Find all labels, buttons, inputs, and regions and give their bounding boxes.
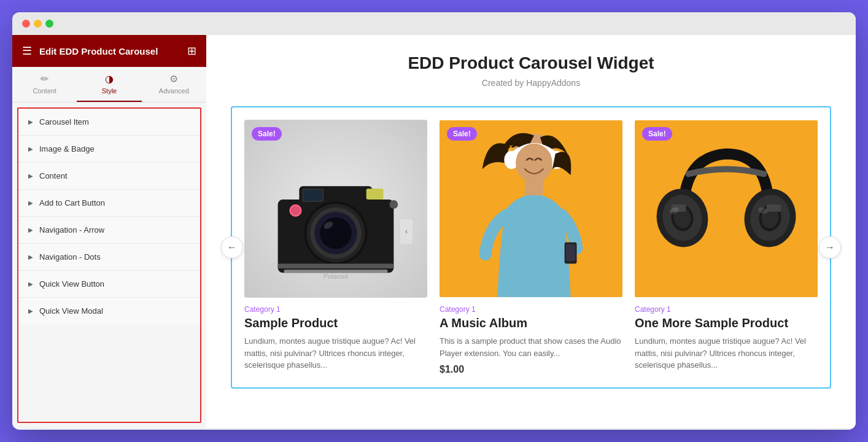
style-tab-icon: ◑ xyxy=(105,73,114,85)
accordion-quick-view-modal[interactable]: ▶ Quick View Modal xyxy=(18,298,200,324)
product-desc-1: Lundium, montes augue tristique augue? A… xyxy=(244,335,427,371)
sidebar-tabs: ✏ Content ◑ Style ⚙ Advanced xyxy=(12,67,206,103)
tab-content[interactable]: ✏ Content xyxy=(12,67,77,102)
traffic-lights xyxy=(22,20,53,28)
svg-rect-5 xyxy=(366,188,384,200)
product-desc-3: Lundium, montes augue tristique augue? A… xyxy=(635,335,818,371)
product-name-1: Sample Product xyxy=(244,316,427,330)
main-layout: ☰ Edit EDD Product Carousel ⊞ ✏ Content … xyxy=(12,35,856,428)
page-subtitle: Created by HappyAddons xyxy=(231,78,831,88)
accordion-add-to-cart[interactable]: ▶ Add to Cart Button xyxy=(18,190,200,217)
svg-rect-25 xyxy=(566,244,576,262)
advanced-tab-icon: ⚙ xyxy=(169,73,178,85)
svg-rect-4 xyxy=(303,190,322,201)
arrow-icon: ▶ xyxy=(28,173,33,179)
minimize-button[interactable] xyxy=(34,20,42,28)
svg-rect-13 xyxy=(278,263,394,268)
accordion-content[interactable]: ▶ Content xyxy=(18,163,200,190)
accordion-nav-dots[interactable]: ▶ Navigation - Dots xyxy=(18,244,200,271)
arrow-icon: ▶ xyxy=(28,254,33,260)
sidebar-header-left: ☰ Edit EDD Product Carousel xyxy=(22,44,158,58)
app-window: ☰ Edit EDD Product Carousel ⊞ ✏ Content … xyxy=(12,12,856,430)
product-price-2: $1.00 xyxy=(440,364,622,375)
left-arrow-icon: ← xyxy=(227,242,237,253)
svg-point-17 xyxy=(389,200,398,209)
product-desc-2: This is a sample product that show cases… xyxy=(440,335,622,359)
carousel-prev-arrow[interactable]: ← xyxy=(221,236,243,258)
accordion-carousel-item[interactable]: ▶ Carousel Item xyxy=(18,109,200,136)
arrow-icon: ▶ xyxy=(28,145,33,152)
sale-badge-2: Sale! xyxy=(447,127,477,141)
tab-style-label: Style xyxy=(102,87,117,95)
sale-badge-1: Sale! xyxy=(252,127,282,141)
svg-point-22 xyxy=(516,144,552,183)
carousel-next-arrow[interactable]: → xyxy=(819,236,841,258)
carousel-container: ← Sale! xyxy=(231,106,831,389)
maximize-button[interactable] xyxy=(45,20,53,28)
product-category-2: Category 1 xyxy=(440,305,622,314)
product-image-wrapper-1: Sale! xyxy=(244,120,427,298)
page-title: EDD Product Carousel Widget xyxy=(231,53,831,73)
product-card-3: Sale! xyxy=(635,120,818,375)
arrow-icon: ▶ xyxy=(28,200,33,206)
accordion-label-carousel-item: Carousel Item xyxy=(39,117,89,126)
product-image-wrapper-2: Sale! xyxy=(440,120,622,298)
accordion-image-badge[interactable]: ▶ Image & Badge xyxy=(18,136,200,163)
tab-style[interactable]: ◑ Style xyxy=(77,67,141,102)
tab-advanced-label: Advanced xyxy=(159,87,189,95)
accordion-label-nav-arrow: Navigation - Arrow xyxy=(39,225,104,235)
accordion-label-content: Content xyxy=(39,171,68,180)
accordion-nav-arrow[interactable]: ▶ Navigation - Arrow xyxy=(18,217,200,244)
product-card-2: Sale! xyxy=(440,120,622,375)
close-button[interactable] xyxy=(22,20,30,28)
arrow-icon: ▶ xyxy=(28,227,33,233)
svg-point-10 xyxy=(320,217,352,249)
sidebar-header: ☰ Edit EDD Product Carousel ⊞ xyxy=(12,35,206,67)
product-name-3: One More Sample Product xyxy=(635,316,818,330)
sidebar: ☰ Edit EDD Product Carousel ⊞ ✏ Content … xyxy=(12,35,206,428)
arrow-icon: ▶ xyxy=(28,308,33,314)
right-arrow-icon: → xyxy=(825,242,835,253)
product-category-1: Category 1 xyxy=(244,305,427,314)
grid-icon[interactable]: ⊞ xyxy=(187,44,196,58)
carousel-grid: Sale! xyxy=(244,120,818,375)
sidebar-title: Edit EDD Product Carousel xyxy=(39,46,158,56)
product-category-3: Category 1 xyxy=(635,305,818,314)
product-card-1: Sale! xyxy=(244,120,427,375)
accordion-label-quick-view-btn: Quick View Button xyxy=(39,279,104,289)
svg-rect-23 xyxy=(525,178,543,195)
title-bar xyxy=(12,12,856,35)
accordion-label-add-to-cart: Add to Cart Button xyxy=(39,198,105,207)
accordion-label-nav-dots: Navigation - Dots xyxy=(39,252,101,262)
accordion-label-image-badge: Image & Badge xyxy=(39,144,95,153)
content-tab-icon: ✏ xyxy=(41,73,48,85)
collapse-sidebar-button[interactable]: ‹ xyxy=(400,219,413,244)
accordion-container: ▶ Carousel Item ▶ Image & Badge ▶ Conten… xyxy=(17,107,201,423)
tab-advanced[interactable]: ⚙ Advanced xyxy=(142,67,206,102)
sale-badge-3: Sale! xyxy=(642,127,672,141)
svg-text:Polaroid: Polaroid xyxy=(324,273,348,280)
hamburger-icon[interactable]: ☰ xyxy=(22,44,32,58)
accordion-label-quick-view-modal: Quick View Modal xyxy=(39,306,103,316)
accordion-quick-view-btn[interactable]: ▶ Quick View Button xyxy=(18,271,200,298)
svg-rect-36 xyxy=(767,204,781,212)
content-area: EDD Product Carousel Widget Created by H… xyxy=(206,35,856,428)
tab-content-label: Content xyxy=(33,87,56,95)
product-image-wrapper-3: Sale! xyxy=(635,120,818,298)
arrow-icon: ▶ xyxy=(28,118,33,125)
product-name-2: A Music Album xyxy=(440,316,622,330)
arrow-icon: ▶ xyxy=(28,281,33,287)
